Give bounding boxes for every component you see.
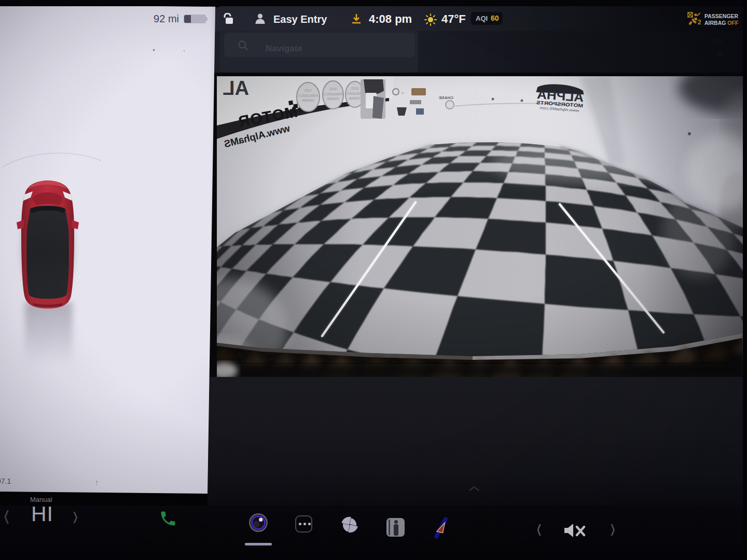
svg-text:2: 2 bbox=[698, 19, 701, 25]
